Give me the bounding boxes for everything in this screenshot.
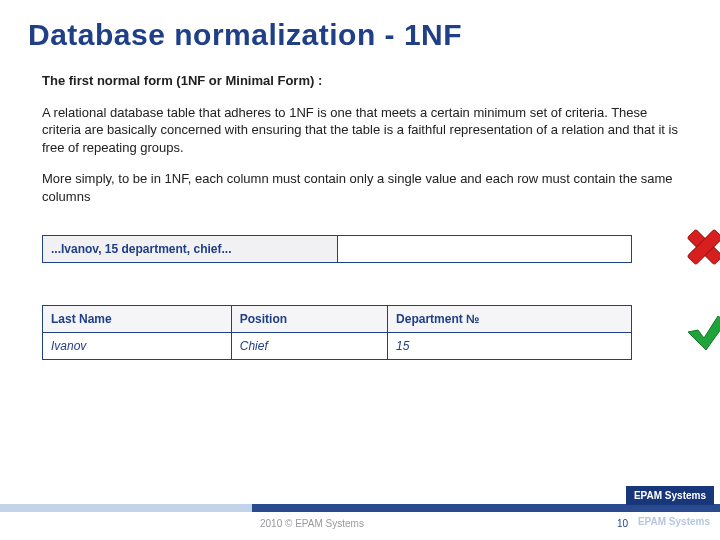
intro-bold: The first normal form (1NF or Minimal Fo… [42, 72, 678, 90]
bad-cell-empty [337, 236, 632, 263]
header-department: Department № [388, 306, 632, 333]
slide-title: Database normalization - 1NF [0, 0, 720, 52]
bad-cell: ...Ivanov, 15 department, chief... [43, 236, 338, 263]
footer-bar [0, 504, 720, 512]
svg-marker-2 [688, 316, 720, 350]
bad-example-area: ...Ivanov, 15 department, chief... [42, 235, 678, 263]
slide-body: The first normal form (1NF or Minimal Fo… [0, 52, 720, 205]
brand-badge: EPAM Systems [626, 486, 714, 505]
header-position: Position [231, 306, 387, 333]
cell-position: Chief [231, 333, 387, 360]
good-example-area: Last Name Position Department № Ivanov C… [42, 305, 678, 360]
check-icon [682, 308, 720, 358]
header-lastname: Last Name [43, 306, 232, 333]
table-row: Ivanov Chief 15 [43, 333, 632, 360]
cell-lastname: Ivanov [43, 333, 232, 360]
paragraph-2: More simply, to be in 1NF, each column m… [42, 170, 678, 205]
footer: EPAM Systems EPAM Systems 2010 © EPAM Sy… [0, 504, 720, 540]
footer-copyright: 2010 © EPAM Systems [260, 518, 364, 529]
cell-department: 15 [388, 333, 632, 360]
cross-icon [682, 224, 720, 274]
page-number: 10 [617, 518, 628, 529]
paragraph-1: A relational database table that adheres… [42, 104, 678, 157]
good-table: Last Name Position Department № Ivanov C… [42, 305, 632, 360]
bad-table: ...Ivanov, 15 department, chief... [42, 235, 632, 263]
brand-light: EPAM Systems [638, 516, 710, 527]
